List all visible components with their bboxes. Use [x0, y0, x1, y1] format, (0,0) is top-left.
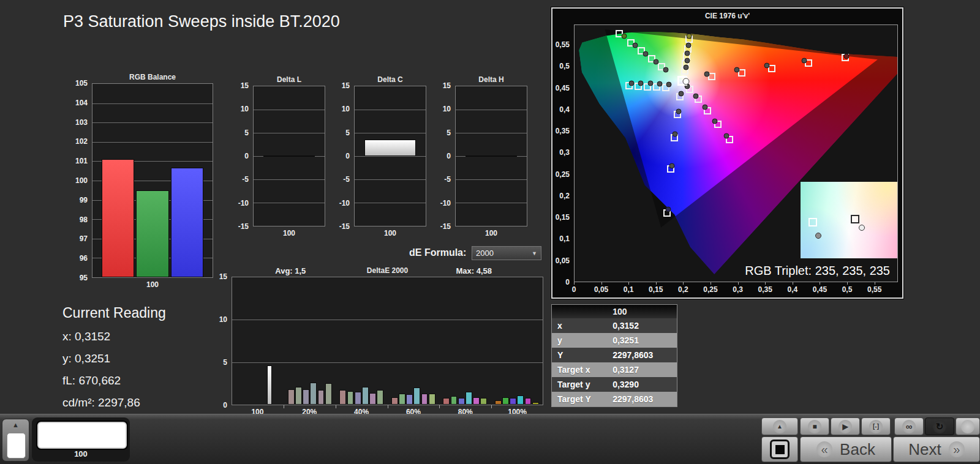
measure-once-button[interactable]: [-]: [861, 417, 891, 435]
y-tick-label: -5: [331, 175, 350, 184]
deltae-chart: DeltaE 2000Avg: 1,5Max: 4,5805101510020%…: [210, 264, 546, 416]
bar: [310, 383, 317, 405]
cie-measurement-dot: [702, 105, 707, 110]
bar: [339, 390, 346, 405]
table-row-label: x: [552, 321, 608, 331]
table-row-value: 0,3152: [608, 321, 677, 331]
cie-x-tick-label: 0,4: [780, 285, 805, 294]
bar: [288, 389, 295, 405]
gridline: [232, 362, 543, 363]
bar: [429, 394, 435, 405]
cie-x-tick-label: 0,2: [671, 285, 695, 294]
table-row-label: Target y: [552, 380, 608, 389]
delta-c-plot: [354, 86, 426, 226]
play-icon: ▶: [839, 420, 852, 433]
y-tick-label: -15: [230, 222, 249, 231]
cie-measurement-dot: [643, 51, 649, 57]
y-tick-label: 101: [61, 157, 88, 165]
cie-measurement-dot: [657, 81, 662, 86]
pattern-window-button[interactable]: [761, 436, 798, 462]
chart-title: Delta L: [253, 75, 325, 84]
meter-drawer-expand-button[interactable]: ▲: [761, 417, 798, 435]
current-reading-lines: x: 0,3152y: 0,3251fL: 670,662cd/m²: 2297…: [62, 330, 166, 410]
current-reading-line: fL: 670,662: [62, 374, 166, 387]
y-tick-label: 10: [432, 105, 451, 113]
cie-y-tick-label: 0,45: [552, 84, 570, 92]
bar: [413, 387, 420, 405]
cie-measurement-dot: [638, 81, 644, 86]
bar: [473, 397, 480, 405]
cie-measurement-dot: [724, 133, 729, 139]
play-button[interactable]: ▶: [831, 417, 860, 435]
bar: [362, 387, 369, 405]
current-reading-heading: Current Reading: [62, 305, 166, 321]
cie-x-tick-label: 0,55: [862, 285, 887, 294]
table-row-label: Y: [552, 350, 608, 360]
status-indicator-button[interactable]: [956, 417, 980, 435]
app-root: P3 Saturation Sweeps inside BT.2020 RGB …: [0, 0, 980, 464]
bar-zero: [263, 155, 315, 157]
y-tick-label: 100: [61, 176, 88, 185]
cie-measurement-dot: [676, 109, 681, 114]
gridline: [254, 203, 325, 203]
cie-measurement-dot: [663, 67, 669, 72]
delta-l-chart: Delta L-15-10-5051015100: [230, 75, 328, 239]
current-pattern-swatch-icon: [7, 433, 26, 458]
cie-whitepoint-dot: [682, 78, 689, 84]
gridline: [456, 203, 527, 203]
current-reading-panel: Current Reading x: 0,3152y: 0,3251fL: 67…: [62, 305, 166, 418]
cie-measurement-dot: [679, 91, 684, 96]
x-tick-label: 100: [354, 229, 426, 238]
y-tick-label: -10: [230, 199, 249, 208]
cie-measurement-dot: [654, 59, 659, 65]
table-row: y0,3251: [552, 333, 677, 348]
axis-tick: [793, 282, 793, 285]
gridline: [232, 320, 543, 320]
stop-button[interactable]: ■: [800, 417, 829, 435]
bar: [532, 402, 539, 405]
cie-whitepoint-inset: [801, 182, 897, 259]
measure-continuous-button[interactable]: ∞: [894, 417, 924, 435]
axis-tick: [601, 282, 602, 285]
cie-measurement-dot: [712, 118, 717, 124]
y-tick-label: 103: [61, 118, 88, 127]
pattern-drawer-expand-button[interactable]: ▲: [2, 419, 29, 462]
de-formula-dropdown[interactable]: 2000 ▼: [472, 246, 541, 260]
bar: [377, 390, 383, 405]
back-button[interactable]: « Back: [800, 436, 892, 462]
result-table-header: 100: [552, 305, 677, 318]
gridline: [355, 156, 426, 157]
axis-tick: [847, 282, 848, 285]
current-reading-line: cd/m²: 2297,86: [62, 396, 166, 410]
pattern-toolbar: ▲ 100 ▲ ■ ▶ [-] ∞ ↻: [0, 414, 980, 464]
cie-measurement-dot: [669, 163, 675, 168]
cie-x-tick-label: 0: [562, 285, 586, 294]
rgb-triplet-label: RGB Triplet: 235, 235, 235: [745, 264, 890, 278]
refresh-button[interactable]: ↻: [925, 417, 954, 435]
y-tick-label: 15: [210, 272, 227, 281]
next-button-label: Next: [908, 440, 941, 459]
cie-plot: RGB Triplet: 235, 235, 235: [574, 24, 898, 282]
axis-tick: [628, 282, 629, 285]
cie-x-tick-label: 0,15: [644, 285, 668, 294]
next-button[interactable]: Next »: [893, 436, 980, 462]
axis-tick: [738, 282, 739, 285]
bar: [443, 398, 450, 405]
y-tick-label: 0: [331, 152, 350, 160]
pattern-thumbnail[interactable]: [37, 422, 127, 449]
y-tick-label: 105: [61, 79, 88, 88]
table-row: Y2297,8603: [552, 348, 677, 362]
rgb-balance-plot: [92, 83, 213, 278]
infinity-icon: ∞: [902, 420, 916, 433]
bar: [451, 396, 458, 405]
cie-measurement-dot: [632, 43, 638, 48]
bar: [480, 398, 487, 405]
cie-y-tick-label: 0,4: [552, 105, 570, 114]
axis-tick: [439, 405, 440, 408]
axis-tick: [765, 282, 766, 285]
delta-c-chart: Delta C-15-10-5051015100: [331, 75, 429, 239]
inset-target-square: [809, 218, 817, 226]
axis-tick: [491, 405, 492, 408]
y-tick-label: 5: [432, 129, 451, 137]
inset-target-square: [851, 215, 859, 223]
